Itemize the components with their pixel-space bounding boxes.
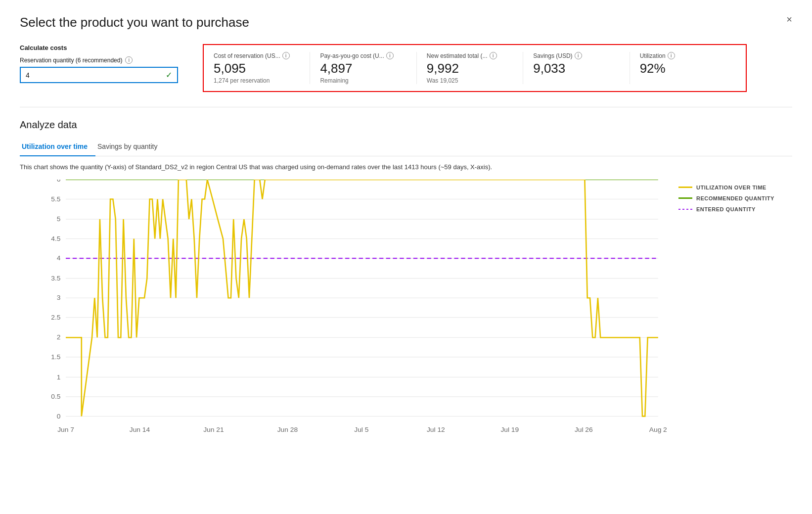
analyze-title: Analyze data — [20, 119, 792, 131]
svg-text:6: 6 — [57, 180, 61, 183]
legend-label-recommended: RECOMMENDED QUANTITY — [696, 195, 774, 201]
legend-line-recommended — [678, 197, 692, 199]
metric-item-4: Utilization i 92% — [630, 52, 736, 84]
svg-text:Jul 19: Jul 19 — [500, 425, 519, 433]
svg-text:1: 1 — [57, 373, 61, 380]
analyze-section: Analyze data Utilization over time Savin… — [20, 119, 792, 437]
metric-item-0: Cost of reservation (US... i 5,095 1,274… — [214, 52, 310, 84]
divider — [20, 107, 792, 107]
svg-text:4: 4 — [57, 254, 61, 262]
svg-text:2: 2 — [57, 333, 61, 341]
svg-text:Jun 14: Jun 14 — [130, 425, 150, 433]
legend-label-entered: ENTERED QUANTITY — [696, 206, 756, 212]
input-label: Reservation quantity (6 recommended) i — [20, 56, 188, 64]
chart-description: This chart shows the quantity (Y-axis) o… — [20, 163, 792, 171]
chart-inner: 0 0.5 1 1.5 2 2.5 3 3.5 4 4.5 5 5.5 6 Ju… — [40, 180, 669, 437]
legend-line-entered — [678, 209, 692, 210]
legend-entered: ENTERED QUANTITY — [678, 206, 792, 212]
svg-text:Jun 21: Jun 21 — [203, 425, 224, 433]
tab-savings-by-quantity[interactable]: Savings by quantity — [95, 139, 165, 156]
metric-label-0: Cost of reservation (US... i — [214, 52, 300, 59]
legend-label-utilization: UTILIZATION OVER TIME — [696, 185, 767, 190]
svg-text:4.5: 4.5 — [51, 234, 61, 242]
svg-text:1.5: 1.5 — [51, 353, 61, 361]
metric-sub-0: 1,274 per reservation — [214, 77, 300, 84]
metric-value-4: 92% — [640, 61, 726, 76]
metric-item-1: Pay-as-you-go cost (U... i 4,897 Remaini… — [310, 52, 416, 84]
metric-sub-1: Remaining — [320, 77, 406, 84]
metric-label-3: Savings (USD) i — [533, 52, 619, 59]
legend-utilization: UTILIZATION OVER TIME — [678, 185, 792, 190]
calculate-label: Calculate costs — [20, 44, 188, 51]
metric-item-3: Savings (USD) i 9,033 — [523, 52, 630, 84]
chart-svg: 0 0.5 1 1.5 2 2.5 3 3.5 4 4.5 5 5.5 6 Ju… — [40, 180, 669, 437]
check-icon: ✓ — [166, 70, 172, 80]
svg-text:Jun 28: Jun 28 — [277, 425, 298, 433]
legend-line-utilization — [678, 187, 692, 188]
svg-text:5: 5 — [57, 215, 61, 223]
metric-info-icon-4[interactable]: i — [668, 52, 675, 59]
chart-legend: UTILIZATION OVER TIME RECOMMENDED QUANTI… — [678, 180, 792, 212]
svg-text:0: 0 — [57, 412, 61, 420]
svg-text:Jul 26: Jul 26 — [575, 425, 593, 433]
tabs: Utilization over time Savings by quantit… — [20, 139, 792, 156]
chart-area: 0 0.5 1 1.5 2 2.5 3 3.5 4 4.5 5 5.5 6 Ju… — [20, 180, 792, 437]
metric-value-0: 5,095 — [214, 61, 300, 76]
quantity-input[interactable] — [26, 71, 166, 79]
svg-text:Jul 12: Jul 12 — [427, 425, 445, 433]
svg-text:3: 3 — [57, 294, 61, 301]
page-title: Select the product you want to purchase — [20, 15, 792, 30]
svg-text:Jun 7: Jun 7 — [57, 425, 74, 433]
svg-text:3.5: 3.5 — [51, 275, 61, 282]
input-info-icon[interactable]: i — [125, 56, 133, 64]
metric-sub-2: Was 19,025 — [427, 77, 513, 84]
metric-info-icon-0[interactable]: i — [282, 52, 290, 59]
quantity-input-wrap: ✓ — [20, 67, 178, 83]
left-area: Calculate costs Reservation quantity (6 … — [20, 44, 188, 83]
legend-recommended: RECOMMENDED QUANTITY — [678, 195, 792, 201]
metric-info-icon-3[interactable]: i — [575, 52, 582, 59]
metrics-box: Cost of reservation (US... i 5,095 1,274… — [203, 44, 747, 92]
metric-label-2: New estimated total (... i — [427, 52, 513, 59]
metric-value-3: 9,033 — [533, 61, 619, 76]
tab-utilization-over-time[interactable]: Utilization over time — [20, 139, 95, 156]
svg-text:5.5: 5.5 — [51, 195, 61, 202]
svg-text:Jul 5: Jul 5 — [354, 425, 369, 433]
metric-value-1: 4,897 — [320, 61, 406, 76]
metric-info-icon-2[interactable]: i — [490, 52, 497, 59]
metric-info-icon-1[interactable]: i — [386, 52, 394, 59]
svg-text:2.5: 2.5 — [51, 314, 61, 321]
close-button[interactable]: × — [786, 14, 792, 25]
metric-label-1: Pay-as-you-go cost (U... i — [320, 52, 406, 59]
metric-item-2: New estimated total (... i 9,992 Was 19,… — [417, 52, 523, 84]
svg-text:Aug 2: Aug 2 — [649, 425, 667, 433]
metric-value-2: 9,992 — [427, 61, 513, 76]
metric-label-4: Utilization i — [640, 52, 726, 59]
svg-text:0.5: 0.5 — [51, 393, 61, 400]
top-area: Calculate costs Reservation quantity (6 … — [20, 44, 792, 92]
